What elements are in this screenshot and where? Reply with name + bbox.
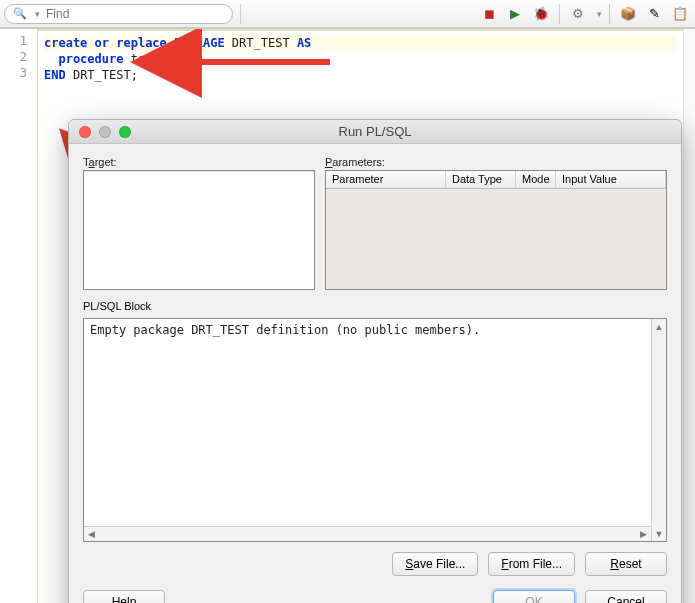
from-file-button[interactable]: From File... (488, 552, 575, 576)
parameters-header: Parameter Data Type Mode Input Value (326, 171, 666, 189)
col-inputvalue[interactable]: Input Value (556, 171, 666, 188)
code-line: END DRT_TEST; (44, 67, 677, 83)
run-button[interactable]: ▶ (504, 4, 526, 24)
col-datatype[interactable]: Data Type (446, 171, 516, 188)
dialog-body: Target: Parameters: Parameter Data Type … (69, 144, 681, 603)
action-button-row: Help OK Cancel (83, 582, 667, 603)
toolbar-separator (609, 4, 610, 24)
dialog-titlebar[interactable]: Run PL/SQL (69, 120, 681, 144)
col-parameter[interactable]: Parameter (326, 171, 446, 188)
target-panel: Target: (83, 156, 315, 290)
parameters-label: Parameters: (325, 156, 667, 168)
scroll-up-icon[interactable]: ▲ (652, 319, 666, 334)
scroll-left-icon[interactable]: ◀ (84, 529, 99, 539)
line-number: 1 (0, 33, 37, 49)
run-plsql-dialog: Run PL/SQL Target: Parameters: Parameter… (68, 119, 682, 603)
file-button-row: Save File... From File... Reset (83, 548, 667, 576)
reset-button[interactable]: Reset (585, 552, 667, 576)
debug-button[interactable]: 🐞 (530, 4, 552, 24)
ok-button[interactable]: OK (493, 590, 575, 603)
search-menu-chevron-icon[interactable]: ▾ (31, 9, 40, 19)
code-line: create or replace PACKAGE DRT_TEST AS (44, 35, 677, 51)
horizontal-scrollbar[interactable]: ◀ ▶ (84, 526, 651, 541)
search-icon: 🔍 (13, 7, 27, 20)
plsql-block-box: Empty package DRT_TEST definition (no pu… (83, 318, 667, 542)
code-line: procedure test_drt; (44, 51, 677, 67)
gear-menu-chevron-icon[interactable]: ▾ (593, 9, 602, 19)
target-label: Target: (83, 156, 315, 168)
vertical-scrollbar[interactable]: ▲ ▼ (651, 319, 666, 541)
col-mode[interactable]: Mode (516, 171, 556, 188)
gear-button[interactable]: ⚙ (567, 4, 589, 24)
scroll-right-icon[interactable]: ▶ (636, 529, 651, 539)
stop-button[interactable]: ◼ (478, 4, 500, 24)
package-button[interactable]: 📦 (617, 4, 639, 24)
cancel-button[interactable]: Cancel (585, 590, 667, 603)
parameters-table[interactable]: Parameter Data Type Mode Input Value (325, 170, 667, 290)
plsql-block-text[interactable]: Empty package DRT_TEST definition (no pu… (84, 319, 651, 526)
scroll-down-icon[interactable]: ▼ (652, 526, 666, 541)
plsql-block-label: PL/SQL Block (83, 300, 667, 312)
edit-button[interactable]: ✎ (643, 4, 665, 24)
search-box[interactable]: 🔍 ▾ (4, 4, 233, 24)
save-file-button[interactable]: Save File... (392, 552, 478, 576)
search-input[interactable] (44, 6, 224, 22)
dialog-title: Run PL/SQL (69, 124, 681, 139)
editor-toolbar: 🔍 ▾ ◼ ▶ 🐞 ⚙ ▾ 📦 ✎ 📋 (0, 0, 695, 28)
editor-area: 1 2 3 create or replace PACKAGE DRT_TEST… (0, 28, 695, 603)
toolbar-separator (240, 4, 241, 24)
overview-ruler (683, 29, 695, 603)
help-button[interactable]: Help (83, 590, 165, 603)
line-gutter: 1 2 3 (0, 29, 38, 603)
line-number: 2 (0, 49, 37, 65)
parameters-panel: Parameters: Parameter Data Type Mode Inp… (325, 156, 667, 290)
misc-button[interactable]: 📋 (669, 4, 691, 24)
target-listbox[interactable] (83, 170, 315, 290)
toolbar-separator (559, 4, 560, 24)
line-number: 3 (0, 65, 37, 81)
